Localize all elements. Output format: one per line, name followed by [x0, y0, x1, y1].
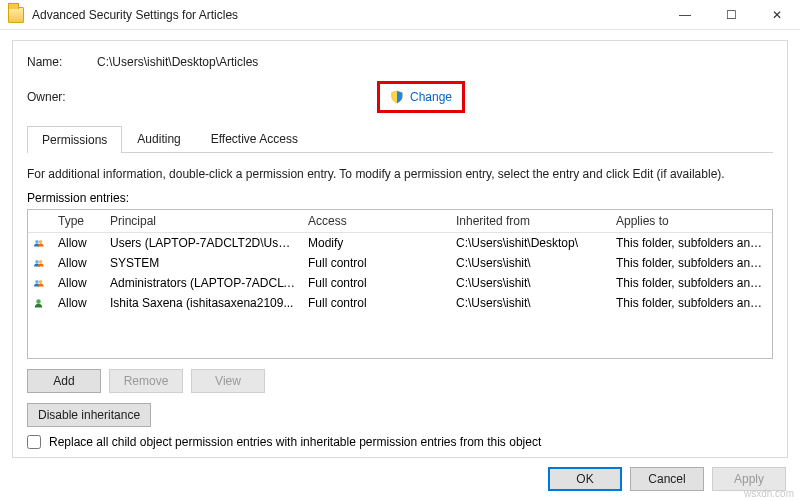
minimize-button[interactable]: ― [662, 0, 708, 30]
remove-button: Remove [109, 369, 183, 393]
replace-children-row[interactable]: Replace all child object permission entr… [27, 435, 773, 449]
watermark: wsxdn.com [744, 488, 794, 499]
name-label: Name: [27, 55, 97, 69]
close-button[interactable]: ✕ [754, 0, 800, 30]
folder-icon [8, 7, 24, 23]
cell-applies: This folder, subfolders and files [610, 292, 772, 314]
info-text: For additional information, double-click… [27, 167, 773, 181]
table-row[interactable]: AllowAdministrators (LAPTOP-7ADCLT...Ful… [28, 273, 772, 293]
name-row: Name: C:\Users\ishit\Desktop\Articles [27, 55, 773, 69]
window-controls: ― ☐ ✕ [662, 0, 800, 30]
table-row[interactable]: AllowSYSTEMFull controlC:\Users\ishit\Th… [28, 253, 772, 273]
svg-point-5 [39, 280, 43, 284]
shield-icon [390, 90, 404, 104]
svg-point-3 [39, 260, 43, 264]
cell-access: Full control [302, 292, 450, 314]
col-access[interactable]: Access [302, 210, 450, 232]
cell-type: Allow [52, 272, 104, 294]
principal-icon [28, 233, 52, 253]
cell-type: Allow [52, 292, 104, 314]
principal-icon [28, 293, 52, 313]
cell-inherited: C:\Users\ishit\ [450, 292, 610, 314]
owner-row: Owner: Change [27, 81, 773, 113]
permission-entries-label: Permission entries: [27, 191, 773, 205]
cell-inherited: C:\Users\ishit\ [450, 252, 610, 274]
change-owner-link[interactable]: Change [410, 90, 452, 104]
change-owner-highlight: Change [377, 81, 465, 113]
cell-principal: Ishita Saxena (ishitasaxena2109... [104, 292, 302, 314]
cell-principal: Administrators (LAPTOP-7ADCLT... [104, 272, 302, 294]
cell-applies: This folder, subfolders and files [610, 232, 772, 254]
cell-access: Full control [302, 252, 450, 274]
ok-button[interactable]: OK [548, 467, 622, 491]
replace-children-checkbox[interactable] [27, 435, 41, 449]
table-row[interactable]: AllowIshita Saxena (ishitasaxena2109...F… [28, 293, 772, 313]
disable-inheritance-button[interactable]: Disable inheritance [27, 403, 151, 427]
cell-principal: Users (LAPTOP-7ADCLT2D\Users) [104, 232, 302, 254]
tab-auditing[interactable]: Auditing [122, 125, 195, 152]
cell-inherited: C:\Users\ishit\ [450, 272, 610, 294]
owner-label: Owner: [27, 90, 97, 104]
col-applies[interactable]: Applies to [610, 210, 772, 232]
tab-effective-access[interactable]: Effective Access [196, 125, 313, 152]
cell-applies: This folder, subfolders and files [610, 272, 772, 294]
col-principal[interactable]: Principal [104, 210, 302, 232]
svg-point-6 [36, 299, 41, 304]
main-panel: Name: C:\Users\ishit\Desktop\Articles Ow… [12, 40, 788, 458]
svg-point-0 [35, 240, 39, 244]
tabstrip: Permissions Auditing Effective Access [27, 125, 773, 153]
entry-buttons: Add Remove View [27, 369, 773, 393]
tab-permissions[interactable]: Permissions [27, 126, 122, 153]
client-area: Name: C:\Users\ishit\Desktop\Articles Ow… [0, 30, 800, 458]
view-button: View [191, 369, 265, 393]
replace-children-label: Replace all child object permission entr… [49, 435, 541, 449]
col-type[interactable]: Type [52, 210, 104, 232]
name-value: C:\Users\ishit\Desktop\Articles [97, 55, 258, 69]
maximize-button[interactable]: ☐ [708, 0, 754, 30]
window-title: Advanced Security Settings for Articles [32, 8, 662, 22]
cancel-button[interactable]: Cancel [630, 467, 704, 491]
add-button[interactable]: Add [27, 369, 101, 393]
cell-principal: SYSTEM [104, 252, 302, 274]
svg-point-2 [35, 260, 39, 264]
col-inherited[interactable]: Inherited from [450, 210, 610, 232]
grid-header: Type Principal Access Inherited from App… [28, 210, 772, 233]
permissions-grid[interactable]: Type Principal Access Inherited from App… [27, 209, 773, 359]
svg-point-4 [35, 280, 39, 284]
titlebar: Advanced Security Settings for Articles … [0, 0, 800, 30]
table-row[interactable]: AllowUsers (LAPTOP-7ADCLT2D\Users)Modify… [28, 233, 772, 253]
cell-type: Allow [52, 232, 104, 254]
cell-access: Full control [302, 272, 450, 294]
cell-type: Allow [52, 252, 104, 274]
cell-access: Modify [302, 232, 450, 254]
cell-inherited: C:\Users\ishit\Desktop\ [450, 232, 610, 254]
principal-icon [28, 273, 52, 293]
svg-point-1 [39, 240, 43, 244]
cell-applies: This folder, subfolders and files [610, 252, 772, 274]
principal-icon [28, 253, 52, 273]
inheritance-buttons: Disable inheritance [27, 403, 773, 427]
